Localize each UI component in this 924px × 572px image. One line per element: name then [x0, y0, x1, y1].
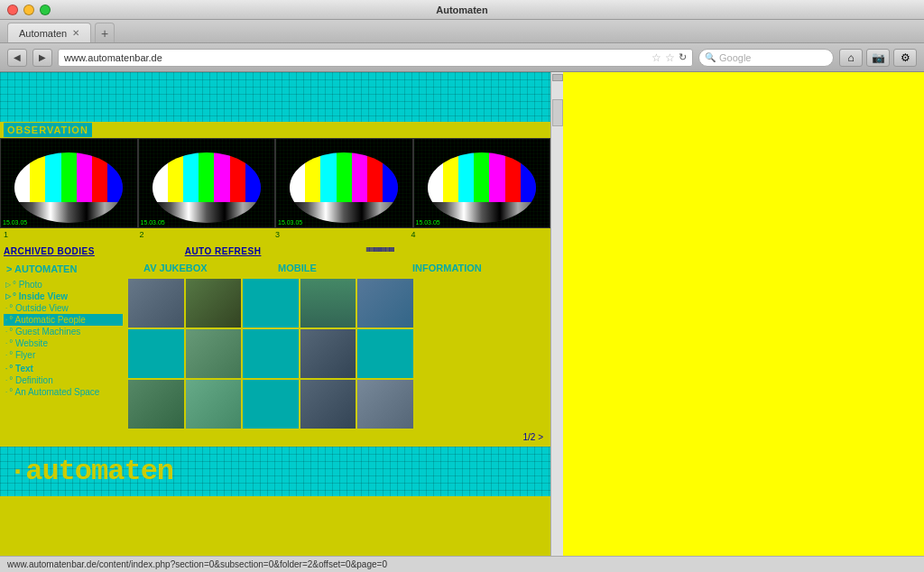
text-group: · ° Text · ° Definition · ° An Automated…: [4, 363, 123, 398]
logo-banner: ·automaten: [0, 447, 550, 496]
definition-item[interactable]: · ° Definition: [4, 374, 123, 386]
tv-screen-3: 15.03.05: [275, 138, 413, 228]
website-item[interactable]: · ° Website: [4, 337, 123, 349]
photo-cell-5[interactable]: [357, 279, 413, 328]
photo-cell-11[interactable]: [128, 380, 184, 429]
reload-icon[interactable]: ↻: [679, 51, 687, 63]
text-menu-item[interactable]: · ° Text: [4, 363, 123, 374]
numbers-row: 1 2 3 4: [0, 228, 550, 244]
photo-cell-8[interactable]: [243, 329, 299, 378]
minimize-button[interactable]: [23, 5, 34, 15]
three-col-layout: ▷ ° Photo ▷ ° Inside View · ° Outside Vi…: [0, 277, 550, 430]
statusbar: www.automatenbar.de/content/index.php?se…: [0, 556, 924, 572]
right-yellow-panel: [563, 72, 924, 572]
tv-2-timestamp: 15.03.05: [141, 219, 165, 226]
text-label: ° Text: [9, 364, 33, 374]
photo-cell-12[interactable]: [186, 380, 242, 429]
guest-machines-label: ° Guest Machines: [9, 327, 80, 337]
search-field[interactable]: 🔍 Google: [698, 49, 834, 67]
dot-icon: ·: [5, 304, 7, 312]
scroll-thumb[interactable]: [552, 99, 563, 126]
observation-label: OBSERVATION: [4, 123, 92, 137]
photo-cell-1[interactable]: [128, 279, 184, 328]
toolbar-icons: ⌂ 📷 ⚙: [839, 49, 917, 67]
forward-icon: ▶: [39, 52, 46, 62]
search-icon: 🔍: [705, 52, 716, 62]
settings-icon[interactable]: ⚙: [893, 49, 917, 67]
automated-space-label: ° An Automated Space: [9, 387, 99, 397]
tab-label: Automaten: [19, 28, 67, 39]
auto-refresh-link[interactable]: AUTO REFRESH: [185, 246, 366, 257]
photo-cell-15[interactable]: [357, 380, 413, 429]
search-placeholder: Google: [719, 52, 751, 63]
screenshot-icon[interactable]: 📷: [866, 49, 890, 67]
new-tab-button[interactable]: +: [95, 23, 115, 42]
nav-av-jukebox[interactable]: AV JUKEBOX: [143, 263, 278, 275]
photo-menu-item[interactable]: ▷ ° Photo: [4, 279, 123, 291]
photo-cell-9[interactable]: [300, 329, 356, 378]
photo-label: ° Photo: [13, 280, 42, 290]
inside-view-label: ° Inside View: [13, 291, 68, 301]
sidebar-menu: ▷ ° Photo ▷ ° Inside View · ° Outside Vi…: [0, 277, 126, 430]
tv-num-2: 2: [140, 230, 276, 243]
outside-view-item[interactable]: · ° Outside View: [4, 302, 123, 314]
nav-row: > AUTOMATEN AV JUKEBOX MOBILE INFORMATIO…: [0, 259, 550, 277]
photo-grid: [126, 277, 415, 430]
tab-close-icon[interactable]: ✕: [72, 28, 79, 38]
addressbar: ◀ ▶ www.automatenbar.de ☆ ☆ ↻ 🔍 Google ⌂…: [0, 43, 924, 72]
pagination[interactable]: 1/2 >: [522, 432, 543, 442]
browser-content: OBSERVATION 15.03.: [0, 72, 550, 572]
scrollbar[interactable]: [550, 72, 563, 572]
nav-automaten[interactable]: > AUTOMATEN: [4, 263, 143, 275]
active-tab[interactable]: Automaten ✕: [7, 23, 91, 42]
dot-icon-2: ·: [5, 316, 7, 324]
dot-icon-3: ·: [5, 328, 7, 336]
guest-machines-item[interactable]: · ° Guest Machines: [4, 326, 123, 337]
bookmark-icon[interactable]: ☆: [651, 51, 661, 64]
photo-cell-7[interactable]: [186, 329, 242, 378]
tv-screen-1: 15.03.05: [0, 138, 138, 228]
photo-cell-3[interactable]: [243, 279, 299, 328]
tv-num-1: 1: [4, 230, 140, 243]
arrow-icon: ▷: [5, 281, 11, 289]
automated-space-item[interactable]: · ° An Automated Space: [4, 386, 123, 398]
bookmark-icon-2[interactable]: ☆: [665, 51, 675, 64]
right-info: [415, 277, 550, 430]
automatic-people-label: ° Automatic People: [9, 315, 86, 325]
photo-cell-13[interactable]: [243, 380, 299, 429]
home-button[interactable]: ⌂: [839, 49, 863, 67]
flyer-item[interactable]: · ° Flyer: [4, 349, 123, 361]
photo-cell-14[interactable]: [300, 380, 356, 429]
scroll-up-button[interactable]: [552, 74, 563, 81]
forward-button[interactable]: ▶: [32, 49, 52, 67]
photo-cell-4[interactable]: [300, 279, 356, 328]
tv-screen-4: 15.03.05: [413, 138, 551, 228]
tv-4-timestamp: 15.03.05: [416, 219, 440, 226]
close-button[interactable]: [7, 5, 18, 15]
outside-view-label: ° Outside View: [9, 303, 69, 313]
address-field[interactable]: www.automatenbar.de ☆ ☆ ↻: [58, 49, 693, 67]
maximize-button[interactable]: [40, 5, 51, 15]
arrow-icon-2: ▷: [5, 292, 11, 300]
photo-cell-2[interactable]: [186, 279, 242, 328]
automatic-people-item[interactable]: · ° Automatic People: [4, 314, 123, 326]
photo-cell-6[interactable]: [128, 329, 184, 378]
nav-mobile[interactable]: MOBILE: [278, 263, 412, 275]
archived-bodies-link[interactable]: ARCHIVED BODIES: [4, 246, 185, 257]
url-text: www.automatenbar.de: [64, 52, 162, 63]
pagination-row: 1/2 >: [0, 430, 550, 447]
flyer-label: ° Flyer: [9, 350, 35, 360]
tv-screen-2: 15.03.05: [138, 138, 276, 228]
tabbar: Automaten ✕ +: [0, 20, 924, 43]
tv-4-screen: [428, 152, 536, 223]
tv-1-timestamp: 15.03.05: [3, 219, 27, 226]
titlebar: Automaten: [0, 0, 924, 20]
dot-icon-6: ·: [5, 364, 7, 373]
inside-view-item[interactable]: ▷ ° Inside View: [4, 291, 123, 302]
nav-information[interactable]: INFORMATION: [412, 263, 547, 275]
dot-icon-4: ·: [5, 339, 7, 347]
observation-section: OBSERVATION: [0, 122, 550, 138]
back-button[interactable]: ◀: [7, 49, 27, 67]
photo-cell-10[interactable]: [357, 329, 413, 378]
dot-icon-8: ·: [5, 388, 7, 396]
